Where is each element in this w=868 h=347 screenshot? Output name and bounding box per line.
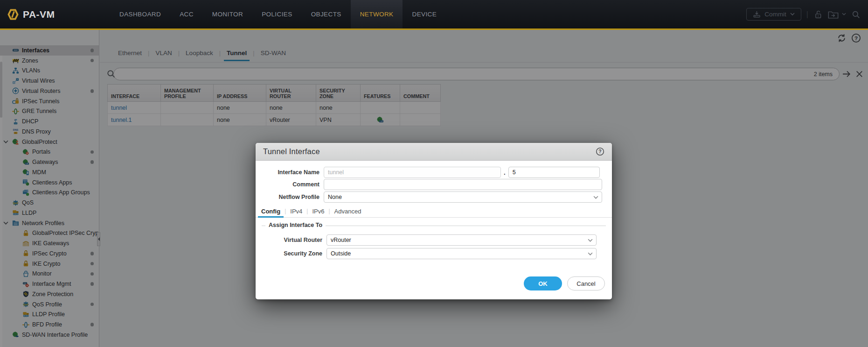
topbar-divider: | — [806, 10, 808, 19]
dialog-tab-ipv6[interactable]: IPv6 — [308, 205, 328, 217]
chevron-down-icon — [588, 239, 593, 242]
cancel-button[interactable]: Cancel — [567, 276, 605, 290]
commit-button[interactable]: Commit — [746, 8, 801, 21]
security-zone-label: Security Zone — [256, 250, 326, 257]
interface-name-label: Interface Name — [256, 169, 324, 176]
dialog-tabs: Config|IPv4|IPv6|Advanced — [257, 205, 365, 217]
assign-interface-legend: Assign Interface To — [265, 222, 326, 228]
nav-tab-network[interactable]: NETWORK — [351, 0, 403, 28]
nav-tab-policies[interactable]: POLICIES — [252, 0, 301, 28]
topbar-controls: Commit | — [746, 0, 861, 28]
subinterface-number-input[interactable] — [508, 167, 600, 178]
security-zone-select[interactable]: Outside — [326, 248, 597, 259]
pan-os-window: PA-VM DASHBOARDACCMONITORPOLICIESOBJECTS… — [0, 0, 868, 347]
chevron-down-icon — [842, 13, 846, 16]
config-changes-icon[interactable] — [828, 10, 839, 19]
main-nav-tabs: DASHBOARDACCMONITORPOLICIESOBJECTSNETWOR… — [110, 0, 446, 28]
help-icon[interactable]: ? — [596, 147, 604, 156]
dialog-title: Tunnel Interface — [263, 147, 320, 156]
nav-tab-device[interactable]: DEVICE — [403, 0, 446, 28]
lock-open-icon[interactable] — [813, 10, 823, 19]
dialog-tab-config[interactable]: Config — [257, 205, 285, 217]
virtual-router-label: Virtual Router — [256, 237, 326, 243]
netflow-profile-select[interactable]: None — [324, 191, 602, 203]
svg-text:?: ? — [598, 149, 601, 154]
interface-name-row: Interface Name . — [256, 167, 600, 178]
comment-row: Comment — [256, 179, 602, 190]
security-zone-row: Security Zone Outside — [256, 248, 597, 259]
chevron-down-icon — [588, 252, 593, 256]
interface-name-input[interactable] — [324, 167, 501, 178]
global-find-icon[interactable] — [851, 10, 861, 19]
netflow-profile-label: Netflow Profile — [256, 194, 324, 200]
comment-input[interactable] — [324, 179, 602, 190]
dialog-buttons: OK Cancel — [524, 276, 605, 290]
nav-tab-monitor[interactable]: MONITOR — [203, 0, 252, 28]
dialog-tab-advanced[interactable]: Advanced — [330, 205, 366, 217]
chevron-down-icon — [790, 13, 795, 16]
chevron-down-icon — [593, 196, 598, 199]
commit-label: Commit — [764, 11, 786, 18]
nav-tab-objects[interactable]: OBJECTS — [302, 0, 351, 28]
dialog-header: Tunnel Interface ? — [256, 143, 612, 161]
security-zone-value: Outside — [331, 250, 351, 257]
pan-logo-icon — [7, 9, 19, 20]
comment-label: Comment — [256, 181, 324, 188]
tunnel-interface-dialog: Tunnel Interface ? Interface Name . Comm… — [256, 143, 612, 299]
nav-tab-dashboard[interactable]: DASHBOARD — [110, 0, 170, 28]
nav-tab-acc[interactable]: ACC — [170, 0, 203, 28]
virtual-router-row: Virtual Router vRouter — [256, 234, 597, 246]
virtual-router-select[interactable]: vRouter — [326, 234, 597, 246]
logo-text: PA-VM — [23, 9, 55, 20]
subinterface-separator: . — [504, 169, 506, 176]
dialog-tabs-divider — [256, 217, 612, 218]
top-navigation-bar: PA-VM DASHBOARDACCMONITORPOLICIESOBJECTS… — [0, 0, 868, 30]
dialog-tab-ipv4[interactable]: IPv4 — [286, 205, 306, 217]
netflow-profile-value: None — [328, 194, 342, 200]
brand-logo: PA-VM — [7, 0, 55, 28]
assign-interface-group: Assign Interface To — [262, 226, 606, 226]
netflow-profile-row: Netflow Profile None — [256, 191, 602, 203]
commit-download-icon — [753, 11, 761, 18]
ok-button[interactable]: OK — [524, 276, 562, 290]
virtual-router-value: vRouter — [331, 237, 351, 243]
